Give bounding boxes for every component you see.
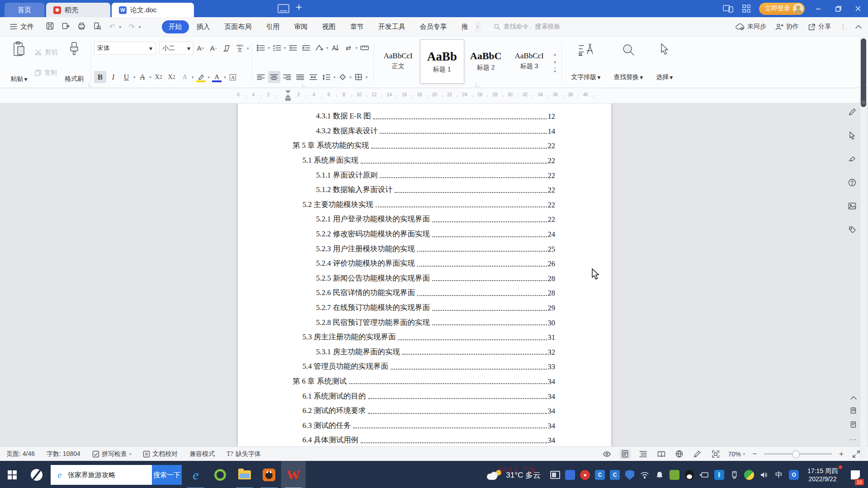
file-menu-button[interactable]: 文件: [10, 23, 34, 31]
strikethrough-button[interactable]: A: [137, 71, 149, 83]
style-scroll-down-icon[interactable]: ▾: [554, 60, 556, 65]
weather-widget[interactable]: 31°C 多云 〣〢 ⺡⺍㳇: [487, 470, 541, 480]
new-tab-button[interactable]: +: [296, 1, 302, 14]
bold-button[interactable]: B: [94, 71, 106, 83]
scroll-up-icon[interactable]: [850, 394, 857, 402]
style-card-2[interactable]: AaBb标题 1: [420, 39, 464, 84]
style-card-1[interactable]: AaBbCcI正文: [377, 39, 420, 83]
taskbar-search[interactable]: e 张家界旅游攻略 搜索一下: [51, 465, 182, 485]
ribbon-tab-插入[interactable]: 插入: [190, 20, 217, 33]
next-page-icon[interactable]: [850, 421, 856, 430]
cat-app-icon[interactable]: [257, 461, 281, 488]
select-button[interactable]: 选择▾: [650, 39, 679, 86]
document-page[interactable]: 4.3.1 数据 E-R 图124.3.2 数据库表设计14第 5 章 系统功能…: [237, 103, 612, 446]
qat-customize-icon[interactable]: ▾: [139, 24, 141, 29]
redo-icon[interactable]: ↷: [128, 22, 135, 32]
bluetooth-icon[interactable]: ᛒ: [714, 470, 724, 480]
taskbar-search-input[interactable]: 张家界旅游攻略: [68, 471, 115, 479]
left-indent-marker[interactable]: [285, 98, 291, 101]
pinyin-guide-icon[interactable]: wén文: [234, 42, 246, 54]
page-view-icon[interactable]: [620, 449, 631, 459]
superscript-button[interactable]: X2: [152, 71, 165, 83]
qq-icon[interactable]: [684, 470, 694, 480]
ocr-tool-icon[interactable]: [847, 201, 857, 211]
character-border-button[interactable]: A: [227, 71, 239, 83]
word-count[interactable]: 字数: 10804: [47, 450, 80, 458]
scrollbar-thumb[interactable]: [861, 38, 866, 107]
increase-indent-icon[interactable]: [300, 42, 312, 54]
zoom-in-button[interactable]: +: [839, 450, 844, 459]
first-line-indent-marker[interactable]: [285, 90, 291, 94]
subscript-button[interactable]: X2: [165, 71, 178, 83]
sync-tray-icon-1[interactable]: C: [595, 470, 605, 480]
highlighter-tool-icon[interactable]: [847, 154, 857, 164]
file-explorer-icon[interactable]: [232, 461, 257, 488]
highlight-color-button[interactable]: [195, 71, 207, 83]
spell-check-toggle[interactable]: 拼写检查▾: [92, 450, 132, 458]
ribbon-tab-章节[interactable]: 章节: [344, 20, 371, 33]
web-layout-icon[interactable]: [674, 449, 685, 459]
ribbon-tab-开发工具[interactable]: 开发工具: [372, 20, 412, 33]
sync-status[interactable]: 未同步: [736, 23, 766, 31]
paragraph-layout-icon[interactable]: [313, 42, 326, 54]
ribbon-tab-会员专享[interactable]: 会员专享: [413, 20, 454, 33]
sort-icon[interactable]: [329, 42, 341, 54]
paste-button[interactable]: 粘贴▾: [6, 39, 32, 86]
ribbon-tab-审阅[interactable]: 审阅: [288, 20, 315, 33]
collaborate-button[interactable]: 协作: [775, 23, 799, 31]
notification-bell-icon[interactable]: [655, 470, 665, 480]
login-button[interactable]: 立即登录: [759, 3, 805, 15]
share-button[interactable]: 分享: [808, 23, 831, 31]
more-tools-icon[interactable]: ⋯: [849, 435, 857, 444]
zoom-slider[interactable]: [764, 453, 832, 455]
find-replace-button[interactable]: 查找替换▾: [607, 39, 650, 86]
restore-button[interactable]: [828, 0, 848, 17]
vertical-scrollbar[interactable]: [860, 37, 867, 459]
missing-font-button[interactable]: T? 缺失字体: [226, 450, 261, 458]
ime-indicator[interactable]: 中: [774, 470, 784, 480]
align-center-icon[interactable]: [268, 71, 280, 83]
compat-mode-label[interactable]: 兼容模式: [189, 450, 215, 458]
eye-protect-icon[interactable]: [602, 449, 613, 459]
distribute-icon[interactable]: [307, 71, 320, 83]
green-browser-icon[interactable]: [208, 461, 232, 488]
print-icon[interactable]: [77, 22, 86, 32]
wps-taskbar-icon[interactable]: W: [281, 461, 306, 488]
zoom-out-button[interactable]: −: [752, 450, 757, 459]
pen-mode-icon[interactable]: [692, 449, 703, 459]
copy-button[interactable]: 复制: [34, 67, 57, 79]
format-painter-button[interactable]: 格式刷: [60, 39, 88, 86]
tab-document[interactable]: W 论文.doc: [112, 3, 194, 17]
tab-docer[interactable]: ❋ 稻壳: [46, 3, 110, 17]
green-ball-app-icon[interactable]: [744, 470, 754, 480]
clear-format-icon[interactable]: [221, 42, 233, 54]
zoom-slider-knob[interactable]: [792, 450, 800, 458]
taskbar-clock[interactable]: 17:15 周四 2022/9/22: [804, 467, 841, 483]
ribbon-tab-引用[interactable]: 引用: [259, 20, 287, 33]
action-center-button[interactable]: 10: [846, 461, 864, 488]
text-effects-icon[interactable]: A: [179, 71, 191, 83]
power-plug-icon[interactable]: [699, 470, 709, 480]
blue-app-tray-icon[interactable]: [565, 470, 575, 480]
command-search[interactable]: 查找命令、搜索模板: [493, 23, 561, 31]
style-card-4[interactable]: AaBbCcI标题 3: [508, 39, 551, 83]
align-left-icon[interactable]: [255, 71, 267, 83]
font-color-button[interactable]: A: [211, 71, 223, 83]
fit-page-icon[interactable]: [710, 449, 721, 459]
read-mode-icon[interactable]: [656, 449, 667, 459]
wifi-icon[interactable]: [640, 470, 650, 480]
text-direction-icon[interactable]: ⇄: [342, 42, 354, 54]
decrease-font-icon[interactable]: A−: [208, 42, 220, 54]
font-name-select[interactable]: 宋体▾: [94, 42, 156, 55]
align-right-icon[interactable]: [281, 71, 293, 83]
style-scroll-up-icon[interactable]: ▴: [554, 52, 556, 56]
bullet-list-icon[interactable]: [255, 42, 267, 54]
ribbon-tab-视图[interactable]: 视图: [316, 20, 343, 33]
italic-button[interactable]: I: [107, 71, 119, 83]
justify-icon[interactable]: [294, 71, 307, 83]
more-options-icon[interactable]: ⋮: [840, 23, 846, 30]
text-layout-button[interactable]: 文字排版▾: [565, 39, 607, 86]
decrease-indent-icon[interactable]: [287, 42, 299, 54]
volume-icon[interactable]: [759, 470, 769, 480]
split-screen-icon[interactable]: [278, 4, 289, 13]
